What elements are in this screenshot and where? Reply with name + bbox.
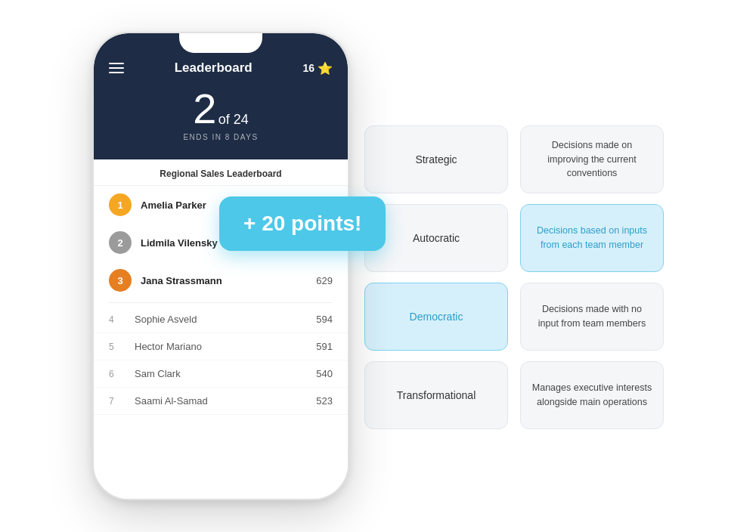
player-score: 523 [316, 395, 333, 407]
rank-display: 2 of 24 [109, 88, 333, 130]
header-badge: 16 ⭐ [302, 61, 333, 76]
leaderboard-row: 5 Hector Mariano 591 [94, 333, 348, 360]
badge-count: 16 [302, 62, 314, 74]
player-score: 629 [316, 275, 333, 286]
player-score: 540 [316, 368, 333, 379]
player-score: 591 [316, 341, 333, 352]
leaderboard-row: 7 Saami Al-Samad 523 [94, 388, 348, 415]
rank-avatar: 3 [109, 269, 132, 292]
player-name: Sophie Asveld [135, 314, 316, 325]
quiz-description[interactable]: Decisions based on inputs from each team… [520, 204, 664, 272]
quiz-description[interactable]: Decisions made on improving the current … [520, 125, 664, 193]
star-icon: ⭐ [318, 61, 333, 76]
quiz-option[interactable]: Democratic [364, 283, 508, 351]
rank-number: 6 [109, 369, 124, 379]
leaderboard-title: Regional Sales Leaderboard [94, 159, 348, 186]
player-name: Jana Strassmann [141, 275, 316, 286]
quiz-description[interactable]: Decisions made with no input from team m… [520, 283, 664, 351]
header-title: Leaderboard [175, 60, 253, 76]
ends-label: ENDS IN 8 DAYS [109, 133, 333, 141]
rank-of: of 24 [218, 112, 249, 127]
rank-number: 2 [193, 85, 215, 132]
player-name: Saami Al-Samad [135, 395, 316, 407]
phone-screen: Leaderboard 16 ⭐ 2 of 24 ENDS IN 8 DAYS … [94, 33, 348, 499]
quiz-option[interactable]: Transformational [364, 361, 508, 429]
quiz-options-col: StrategicAutocraticDemocraticTransformat… [364, 125, 508, 429]
rank-number: 7 [109, 396, 124, 407]
rank-avatar: 2 [109, 231, 132, 254]
quiz-descriptions-col: Decisions made on improving the current … [520, 125, 664, 429]
scene: Leaderboard 16 ⭐ 2 of 24 ENDS IN 8 DAYS … [0, 0, 756, 532]
phone-mockup: Leaderboard 16 ⭐ 2 of 24 ENDS IN 8 DAYS … [92, 32, 349, 500]
leaderboard-row: 3 Jana Strassmann 629 [94, 261, 348, 299]
points-bubble: + 20 points! [219, 196, 386, 251]
rank-number: 5 [109, 342, 124, 352]
divider [109, 302, 333, 303]
leaderboard-row: 6 Sam Clark 540 [94, 360, 348, 388]
phone-outer: Leaderboard 16 ⭐ 2 of 24 ENDS IN 8 DAYS … [92, 32, 349, 500]
player-score: 594 [316, 314, 333, 325]
rest-list: 4 Sophie Asveld 594 5 Hector Mariano 591… [94, 306, 348, 415]
player-name: Hector Mariano [135, 341, 316, 352]
quiz-description[interactable]: Manages executive interests alongside ma… [520, 361, 664, 429]
hamburger-icon[interactable] [109, 63, 124, 73]
quiz-panel: StrategicAutocraticDemocraticTransformat… [364, 103, 664, 429]
rank-number: 4 [109, 314, 124, 325]
phone-notch [179, 33, 262, 53]
leaderboard-row: 4 Sophie Asveld 594 [94, 306, 348, 333]
quiz-option[interactable]: Strategic [364, 125, 508, 193]
rank-avatar: 1 [109, 193, 132, 216]
player-name: Sam Clark [135, 368, 316, 379]
quiz-option[interactable]: Autocratic [364, 204, 508, 272]
